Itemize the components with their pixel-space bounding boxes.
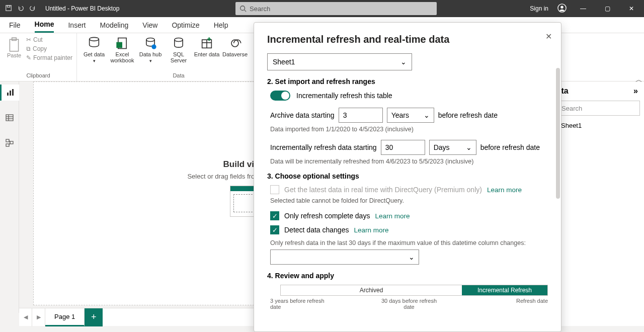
format-painter-button[interactable]: ✎Format painter xyxy=(26,54,72,61)
menu-view[interactable]: View xyxy=(142,18,157,32)
table-add-icon xyxy=(200,36,214,50)
svg-point-8 xyxy=(90,37,99,41)
svg-rect-10 xyxy=(116,42,122,48)
svg-point-13 xyxy=(175,38,183,42)
add-page-button[interactable]: + xyxy=(85,308,103,326)
undo-icon[interactable] xyxy=(17,5,24,13)
archive-label: Archive data starting xyxy=(270,111,335,119)
chevron-up-icon: ︿ xyxy=(635,75,642,85)
svg-rect-29 xyxy=(10,141,13,144)
cut-button[interactable]: ✂Cut xyxy=(26,36,72,43)
table-select-dropdown[interactable]: Sheet1 ⌄ xyxy=(267,53,412,70)
menu-file[interactable]: File xyxy=(9,18,21,32)
archive-value-input[interactable] xyxy=(339,108,383,123)
prev-page-button[interactable]: ◀ xyxy=(19,308,32,326)
dialog-title: Incremental refresh and real-time data xyxy=(267,34,548,45)
window-title: Untitled - Power BI Desktop xyxy=(45,5,119,12)
section-2-heading: 2. Set import and refresh ranges xyxy=(267,77,548,86)
realtime-checkbox xyxy=(270,185,279,194)
enter-data-button[interactable]: Enter data xyxy=(194,35,220,57)
svg-rect-6 xyxy=(10,39,18,51)
toggle-label: Incrementally refresh this table xyxy=(296,92,392,100)
svg-rect-1 xyxy=(7,5,10,7)
timeline-incremental-segment: Incremental Refresh xyxy=(462,285,547,295)
complete-days-learn-more-link[interactable]: Learn more xyxy=(375,212,410,220)
dialog-scrollbar[interactable] xyxy=(556,68,560,199)
chevron-down-icon: ⌄ xyxy=(466,143,472,151)
signin-link[interactable]: Sign in xyxy=(530,5,548,12)
complete-days-label: Only refresh complete days xyxy=(284,212,370,220)
complete-days-checkbox[interactable]: ✓ xyxy=(270,211,279,220)
incremental-label: Incrementally refresh data starting xyxy=(270,143,377,151)
page-tab-1[interactable]: Page 1 xyxy=(45,308,85,326)
svg-rect-28 xyxy=(6,139,9,142)
brush-icon: ✎ xyxy=(26,54,31,61)
excel-button[interactable]: Excel workbook xyxy=(109,35,135,63)
report-view-button[interactable] xyxy=(0,85,19,101)
detect-changes-label: Detect data changes xyxy=(284,226,349,234)
get-data-button[interactable]: Get data▾ xyxy=(81,35,107,63)
svg-rect-22 xyxy=(10,91,11,96)
menu-home[interactable]: Home xyxy=(35,17,54,33)
incremental-toggle[interactable] xyxy=(270,91,290,101)
search-icon xyxy=(239,5,247,12)
svg-rect-23 xyxy=(12,89,14,96)
excel-icon xyxy=(115,36,129,50)
paste-button[interactable]: Paste xyxy=(4,35,24,58)
model-view-button[interactable] xyxy=(0,135,19,151)
svg-point-12 xyxy=(151,44,156,49)
section-4-heading: 4. Review and apply xyxy=(267,272,548,280)
group-label-clipboard: Clipboard xyxy=(26,72,50,78)
close-icon[interactable]: ✕ xyxy=(624,5,639,12)
database-icon xyxy=(87,36,101,50)
import-range-note: Data imported from 1/1/2020 to 4/5/2023 … xyxy=(267,126,548,133)
detect-changes-checkbox[interactable]: ✓ xyxy=(270,225,279,234)
titlebar: Untitled - Power BI Desktop Search Sign … xyxy=(0,0,644,17)
incremental-range-note: Data will be incrementally refreshed fro… xyxy=(267,158,548,165)
copy-button[interactable]: ⧉Copy xyxy=(26,45,72,52)
global-search[interactable]: Search xyxy=(235,2,437,15)
menu-optimize[interactable]: Optimize xyxy=(172,18,199,32)
realtime-label: Get the latest data in real time with Di… xyxy=(284,186,482,194)
incremental-value-input[interactable] xyxy=(381,140,425,155)
archive-unit-select[interactable]: Years⌄ xyxy=(387,108,434,123)
left-viewbar xyxy=(0,81,19,313)
collapse-pane-button[interactable]: ︿ xyxy=(633,74,644,86)
table-icon xyxy=(6,114,14,122)
data-pane-search[interactable]: Search xyxy=(549,101,640,116)
clipboard-icon xyxy=(8,37,21,52)
expand-pane-icon[interactable]: » xyxy=(633,87,638,96)
menu-modeling[interactable]: Modeling xyxy=(100,18,128,32)
next-page-button[interactable]: ▶ xyxy=(32,308,45,326)
section-3-heading: 3. Choose optional settings xyxy=(267,172,548,180)
account-icon[interactable] xyxy=(557,4,567,14)
timeline-left-label: 3 years before refresh date xyxy=(270,298,331,310)
svg-line-32 xyxy=(9,143,10,145)
timeline: Archived Incremental Refresh 3 years bef… xyxy=(267,285,548,310)
svg-rect-24 xyxy=(6,115,13,121)
timeline-right-label: Refresh date xyxy=(488,298,548,310)
sql-icon xyxy=(172,36,186,50)
save-icon[interactable] xyxy=(5,5,12,13)
maximize-icon[interactable]: ▢ xyxy=(600,5,615,12)
minimize-icon[interactable]: — xyxy=(576,5,591,12)
copy-icon: ⧉ xyxy=(26,45,31,52)
redo-icon[interactable] xyxy=(29,5,36,13)
table-view-button[interactable] xyxy=(0,110,19,126)
realtime-learn-more-link[interactable]: Learn more xyxy=(487,186,522,194)
timeline-mid-label: 30 days before refresh date xyxy=(379,298,439,310)
chevron-down-icon: ⌄ xyxy=(409,253,415,261)
datetime-column-select[interactable]: ⌄ xyxy=(270,250,419,265)
detect-changes-learn-more-link[interactable]: Learn more xyxy=(354,226,388,234)
model-icon xyxy=(6,139,14,147)
incremental-unit-select[interactable]: Days⌄ xyxy=(429,140,476,155)
svg-line-3 xyxy=(245,10,247,12)
sql-server-button[interactable]: SQL Server xyxy=(166,35,192,63)
data-hub-button[interactable]: Data hub▾ xyxy=(137,35,164,63)
chevron-down-icon: ⌄ xyxy=(424,111,430,119)
dataverse-button[interactable]: Dataverse xyxy=(222,35,248,57)
dialog-close-button[interactable]: ✕ xyxy=(545,32,552,41)
menu-help[interactable]: Help xyxy=(214,18,228,32)
before-label: before refresh date xyxy=(438,111,498,119)
menu-insert[interactable]: Insert xyxy=(68,18,86,32)
